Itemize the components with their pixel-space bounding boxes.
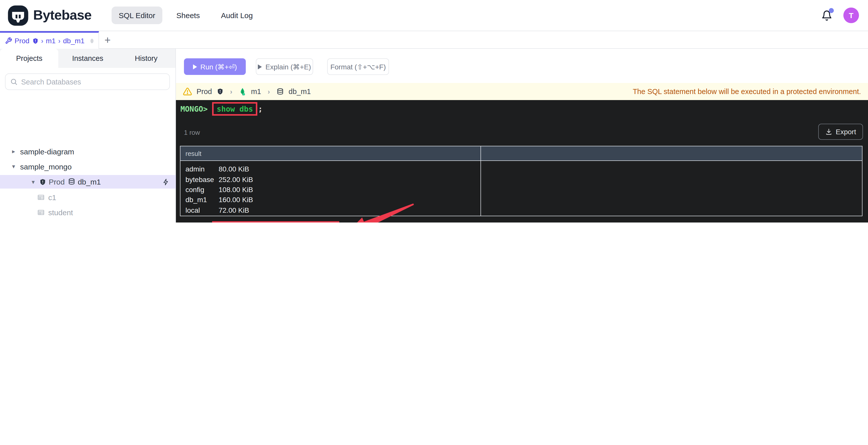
caret-expanded-icon: ▾ [30, 178, 36, 185]
lightning-icon [162, 178, 169, 185]
tree-database-db-m1[interactable]: ▾ Prod db_m1 [0, 175, 176, 188]
collection-label: student [48, 208, 73, 216]
search-input[interactable] [21, 78, 165, 86]
result-table-1-body: admin80.00 KiB bytebase252.00 KiB config… [180, 161, 862, 215]
table-row: db_m1160.00 KiB [180, 195, 862, 205]
wrench-icon [5, 37, 12, 44]
run-button[interactable]: Run (⌘+⏎) [184, 58, 246, 75]
shield-icon [216, 88, 223, 95]
editor-tab-bar: Prod › m1 › db_m1 + [0, 31, 868, 49]
search-icon [10, 78, 18, 86]
protected-env-banner: Prod › m1 › db_m1 The SQL statement belo… [176, 83, 868, 100]
mongodb-leaf-icon [239, 87, 247, 96]
tree-db-label: db_m1 [78, 178, 101, 186]
shield-icon [39, 178, 46, 185]
nav-sheets[interactable]: Sheets [169, 6, 207, 24]
database-icon [68, 178, 75, 185]
format-button[interactable]: Format (⇧+⌥+F) [327, 58, 389, 75]
shield-icon [32, 37, 38, 44]
tree-project-sample-diagram[interactable]: ▸ sample-diagram [0, 144, 176, 158]
column-header-result: result [185, 150, 202, 157]
tab-env-label: Prod [14, 37, 29, 45]
result-table-1-header: result [180, 146, 862, 161]
table-row: local72.00 KiB [180, 205, 862, 215]
database-icon [276, 88, 284, 95]
command-line-2: MONGO> db.student.find().pretty() ; [180, 221, 344, 222]
mongo-prompt: MONGO> [180, 104, 208, 113]
command-show-dbs: show dbs [217, 105, 253, 114]
banner-separator: › [268, 88, 270, 95]
tab-database-label: db_m1 [63, 37, 85, 45]
bytebase-sql-editor: Bytebase SQL Editor Sheets Audit Log T P… [0, 0, 868, 222]
tree-label: sample-diagram [20, 147, 74, 156]
tab-projects[interactable]: Projects [0, 49, 59, 68]
table-row: admin80.00 KiB [180, 164, 862, 174]
command-suffix: ; [258, 104, 262, 113]
database-search[interactable] [5, 73, 170, 90]
explain-button[interactable]: Explain (⌘+E) [256, 58, 313, 75]
breadcrumb-separator: › [58, 37, 60, 45]
banner-instance: m1 [251, 88, 261, 95]
table-icon [37, 193, 45, 201]
warning-triangle-icon [183, 87, 192, 96]
collection-label: c1 [48, 193, 56, 201]
tree-project-sample-mongo[interactable]: ▾ sample_mongo [0, 159, 176, 174]
top-header: Bytebase SQL Editor Sheets Audit Log T [0, 0, 868, 31]
avatar[interactable]: T [843, 7, 859, 23]
annotation-box-2: db.student.find().pretty() [212, 221, 339, 222]
table-row: bytebase252.00 KiB [180, 174, 862, 184]
tree-collection-students[interactable]: students [0, 220, 176, 222]
query-console: MONGO> show dbs ; 1 row Export result ad… [176, 100, 868, 222]
banner-database: db_m1 [288, 88, 311, 95]
main-nav: SQL Editor Sheets Audit Log [112, 6, 260, 24]
banner-separator: › [230, 88, 232, 95]
export-button[interactable]: Export [818, 124, 863, 140]
brand-logo[interactable]: Bytebase [7, 4, 91, 26]
run-label: Run (⌘+⏎) [200, 63, 237, 71]
tree-collection-c1[interactable]: c1 [0, 190, 176, 204]
sheet-tab-active[interactable]: Prod › m1 › db_m1 [0, 31, 99, 49]
tab-instance-label: m1 [46, 37, 56, 45]
nav-audit-log[interactable]: Audit Log [214, 6, 260, 24]
notifications-button[interactable] [821, 10, 832, 21]
command-line-1: MONGO> show dbs ; [180, 102, 262, 116]
export-label: Export [836, 128, 856, 136]
play-icon [193, 64, 197, 69]
tree-collection-student[interactable]: student [0, 205, 176, 219]
breadcrumb-separator: › [41, 37, 43, 45]
nav-sql-editor[interactable]: SQL Editor [112, 6, 162, 24]
sidebar-tabs: Projects Instances History [0, 49, 176, 68]
tab-instances[interactable]: Instances [59, 49, 117, 68]
bytebase-logo-icon [7, 4, 29, 26]
editor-toolbar: Run (⌘+⏎) Explain (⌘+E) Format (⇧+⌥+F) [176, 49, 868, 83]
table-row: config108.00 KiB [180, 184, 862, 195]
table-icon [37, 208, 45, 216]
download-icon [825, 128, 832, 135]
tree-env-label: Prod [49, 178, 65, 186]
protected-env-message: The SQL statement below will be executed… [633, 88, 861, 95]
new-tab-button[interactable]: + [99, 31, 116, 49]
explain-label: Explain (⌘+E) [266, 63, 311, 71]
tree-label: sample_mongo [20, 162, 72, 171]
annotation-box-1: show dbs [212, 102, 257, 116]
tab-history[interactable]: History [117, 49, 176, 68]
notification-dot [829, 8, 834, 13]
format-label: Format (⇧+⌥+F) [331, 63, 386, 71]
play-icon [258, 64, 262, 69]
result-table-1: result admin80.00 KiB bytebase252.00 KiB… [180, 146, 863, 216]
caret-expanded-icon: ▾ [10, 163, 17, 170]
header-actions: T [821, 7, 859, 23]
unsaved-dot [90, 38, 93, 43]
row-count-label: 1 row [184, 129, 200, 136]
banner-env: Prod [196, 88, 212, 95]
caret-collapsed-icon: ▸ [10, 148, 17, 155]
brand-name: Bytebase [33, 7, 91, 23]
sidebar: Projects Instances History ▸ sample-diag… [0, 49, 176, 222]
